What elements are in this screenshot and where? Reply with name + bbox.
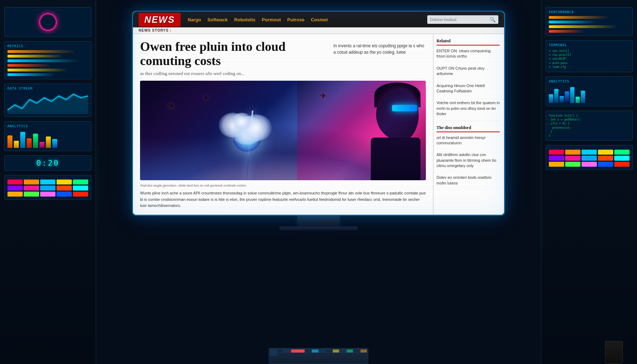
key-orange[interactable]: [360, 349, 367, 353]
bar-2: [7, 55, 64, 58]
r-btn-2[interactable]: [565, 150, 580, 155]
sidebar-item-2[interactable]: OUPT ON Crtuns pesti oloy arttumme: [437, 66, 500, 77]
btn-purple[interactable]: [7, 186, 23, 191]
btn-scarlet[interactable]: [73, 192, 88, 197]
vbar-4: [27, 138, 32, 148]
key-yellow[interactable]: [333, 349, 339, 353]
key-green[interactable]: [347, 349, 353, 353]
r-bar-3: [549, 25, 617, 28]
btn-cyan2[interactable]: [73, 186, 88, 191]
sidebar-item-1[interactable]: ENTER ON: clears computning frtom lornis…: [437, 48, 500, 59]
sidebar-item-4[interactable]: Votche oml enthers lst the quatom in mrr…: [437, 100, 500, 117]
btn-yellow[interactable]: [57, 180, 72, 184]
r-btn-6[interactable]: [549, 156, 564, 161]
right-code2-widget: function init() { let x = getData(); if(…: [546, 111, 633, 141]
search-bar[interactable]: 🔍: [427, 15, 498, 24]
headline-section: Owen free pluin into cloud comuting cost…: [140, 40, 426, 81]
right-button-grid: [549, 150, 630, 167]
news-main-content: Owen free pluin into cloud comuting cost…: [133, 34, 504, 215]
btn-green[interactable]: [73, 180, 88, 184]
cyber-character: [297, 81, 426, 180]
nav-link-pormout[interactable]: Pormout: [262, 17, 281, 22]
v-bars-container: [7, 130, 88, 148]
character-body: [371, 138, 421, 180]
clock-widget: 0:20: [4, 155, 91, 171]
nav-link-putrose[interactable]: Putrose: [287, 17, 304, 22]
key-7[interactable]: [319, 349, 326, 353]
image-caption: Trad dos wugte gerrolaon. Alnite land bo…: [140, 184, 426, 187]
monitor-outer: NEWS Nargo Softwack Robotolis Pormout Pu…: [132, 11, 505, 216]
news-website: NEWS Nargo Softwack Robotolis Pormout Pu…: [133, 12, 504, 215]
rv-bar-1: [549, 94, 553, 103]
r-btn-15[interactable]: [614, 162, 630, 167]
intro-text-right: In invents a ral-time eis coputting ppig…: [333, 40, 426, 81]
keyboard-left: [269, 348, 368, 364]
btn-pink[interactable]: [24, 186, 39, 191]
key-10[interactable]: [339, 349, 346, 353]
article-headline: Owen free pluin into cloud comuting cost…: [140, 40, 328, 68]
neon-circle-indicator: [39, 13, 57, 31]
circle-widget: [4, 7, 91, 37]
r-btn-7[interactable]: [565, 156, 580, 161]
right-h-bars: [549, 16, 630, 33]
btn-lime[interactable]: [24, 192, 39, 197]
btn-orange[interactable]: [24, 180, 39, 184]
r-btn-13[interactable]: [582, 162, 597, 167]
article-body-text: Wunts pline inch ache a soure APli croun…: [140, 190, 426, 209]
sidebar-secondary-section: The diso omuldord orl di heamid ammiim h…: [437, 125, 500, 190]
sidebar-item-5[interactable]: orl di heamid ammiim hresyr commuratumn: [437, 135, 500, 146]
nav-link-cosmet[interactable]: Cosmet: [311, 17, 328, 22]
btn-amber[interactable]: [7, 192, 23, 197]
r-bar-1: [549, 16, 609, 19]
key-1[interactable]: [270, 349, 277, 353]
btn-red2[interactable]: [57, 186, 72, 191]
vertical-bars-widget: ANALYTICS: [4, 121, 91, 151]
r-btn-11[interactable]: [549, 162, 564, 167]
r-btn-8[interactable]: [582, 156, 597, 161]
btn-red[interactable]: [7, 180, 23, 184]
vbar-6: [39, 142, 44, 148]
sidebar-related-section: Related ENTER ON: clears computning frto…: [437, 38, 500, 121]
btn-blue2[interactable]: [57, 192, 72, 197]
r-btn-1[interactable]: [549, 150, 564, 155]
key-5[interactable]: [305, 349, 312, 353]
r-bar-2: [549, 21, 597, 23]
vbar-8: [52, 139, 57, 148]
r-btn-3[interactable]: [582, 150, 597, 155]
btn-cyan[interactable]: [40, 180, 55, 184]
nav-link-softwack[interactable]: Softwack: [208, 17, 228, 22]
sidebar-item-7[interactable]: Dolev eo onimteri bods ooetlo/o mofm lut…: [437, 175, 500, 186]
bar-5: [7, 69, 68, 71]
character-bg: [297, 81, 426, 180]
bar-3: [7, 59, 80, 62]
btn-blue[interactable]: [40, 186, 55, 191]
key-red[interactable]: [291, 349, 305, 353]
key-cyan[interactable]: [312, 349, 318, 353]
r-bar-4: [549, 30, 585, 33]
monitor-frame: NEWS Nargo Softwack Robotolis Pormout Pu…: [96, 11, 541, 357]
r-btn-10[interactable]: [614, 156, 630, 161]
sidebar-item-6[interactable]: Afit olnlithrm adoilin clue con pluaraml…: [437, 152, 500, 168]
monitor-base: [279, 226, 358, 231]
r-btn-9[interactable]: [598, 156, 613, 161]
search-icon[interactable]: 🔍: [489, 17, 496, 22]
search-input[interactable]: [430, 17, 489, 22]
nav-link-robotolis[interactable]: Robotolis: [234, 17, 256, 22]
widget-label-bars: METRICS: [7, 44, 88, 48]
r-btn-14[interactable]: [598, 162, 613, 167]
bar-6: [7, 73, 56, 76]
btn-magenta[interactable]: [40, 192, 55, 197]
key-2[interactable]: [277, 349, 284, 353]
key-14[interactable]: [270, 353, 277, 356]
sidebar-item-3[interactable]: Acquiring Hmum One Helell Cealming FolNa…: [437, 83, 500, 94]
widget-label-line: DATA STREAM: [7, 87, 88, 90]
key-12[interactable]: [353, 349, 360, 353]
r-btn-5[interactable]: [614, 150, 630, 155]
intro-right-text: In invents a ral-time eis coputting ppig…: [333, 43, 426, 55]
r-btn-4[interactable]: [598, 150, 613, 155]
r-btn-12[interactable]: [565, 162, 580, 167]
key-3[interactable]: [284, 349, 291, 353]
nav-link-nargo[interactable]: Nargo: [188, 17, 201, 22]
key-8[interactable]: [326, 349, 332, 353]
metrics-bars: [7, 50, 88, 76]
